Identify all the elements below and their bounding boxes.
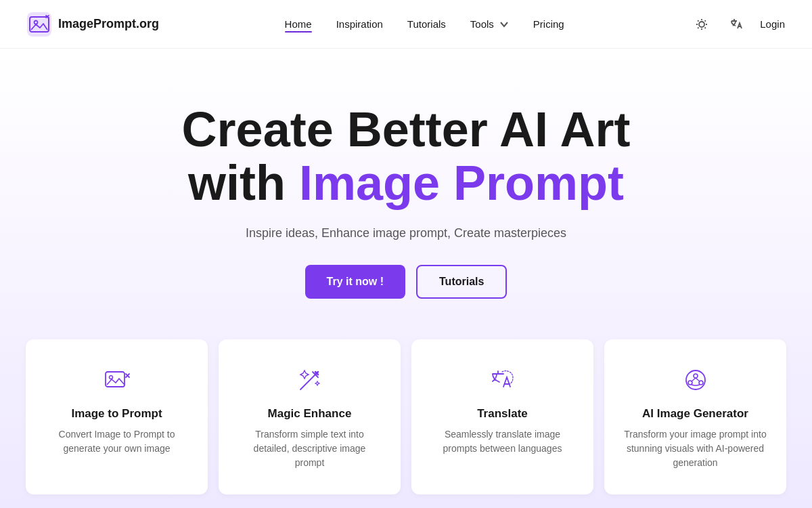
tutorials-button[interactable]: Tutorials bbox=[416, 265, 507, 299]
logo-link[interactable]: ImagePrompt.org bbox=[27, 12, 159, 37]
try-it-now-button[interactable]: Try it now ! bbox=[305, 265, 405, 299]
hero-subtitle: Inspire ideas, Enhance image prompt, Cre… bbox=[246, 226, 566, 240]
hero-title-line1: Create Better AI Art bbox=[182, 102, 631, 156]
ai-image-generator-icon bbox=[679, 364, 712, 396]
hero-title-brand: Image Prompt bbox=[299, 156, 624, 210]
sun-icon bbox=[695, 18, 708, 31]
card-magic-enhance-title: Magic Enhance bbox=[268, 407, 352, 421]
nav-tools-dropdown[interactable]: Tools bbox=[470, 18, 509, 30]
theme-toggle-button[interactable] bbox=[690, 12, 714, 37]
magic-enhance-icon bbox=[294, 364, 326, 396]
nav-pricing[interactable]: Pricing bbox=[533, 18, 564, 30]
card-ai-image-generator-desc: Transform your image prompt into stunnin… bbox=[623, 427, 767, 470]
logo-icon bbox=[27, 12, 51, 37]
card-translate-title: Translate bbox=[477, 407, 528, 421]
translate-icon bbox=[487, 364, 519, 396]
card-image-to-prompt-title: Image to Prompt bbox=[71, 407, 162, 421]
card-ai-image-generator-title: AI Image Generator bbox=[642, 407, 748, 421]
card-image-to-prompt: Image to Prompt Convert Image to Prompt … bbox=[26, 339, 208, 494]
translate-nav-icon bbox=[730, 18, 744, 31]
svg-line-8 bbox=[698, 20, 698, 21]
image-to-prompt-icon bbox=[101, 364, 133, 396]
nav-tools[interactable]: Tools bbox=[470, 18, 494, 30]
translate-nav-button[interactable] bbox=[725, 12, 749, 37]
hero-section: Create Better AI Art with Image Prompt I… bbox=[0, 49, 812, 339]
svg-rect-12 bbox=[106, 372, 125, 387]
card-translate-desc: Seamlessly translate image prompts betwe… bbox=[430, 427, 574, 456]
card-magic-enhance-desc: Transform simple text into detailed, des… bbox=[238, 427, 382, 470]
card-ai-image-generator: AI Image Generator Transform your image … bbox=[604, 339, 786, 494]
nav-links: Home Inspiration Tutorials Tools Pricing bbox=[285, 18, 564, 30]
card-image-to-prompt-desc: Convert Image to Prompt to generate your… bbox=[45, 427, 189, 456]
login-link[interactable]: Login bbox=[760, 18, 785, 30]
chevron-down-icon bbox=[499, 20, 509, 29]
navbar: ImagePrompt.org Home Inspiration Tutoria… bbox=[0, 0, 812, 49]
hero-title: Create Better AI Art with Image Prompt bbox=[182, 103, 631, 210]
feature-cards-section: Image to Prompt Convert Image to Prompt … bbox=[0, 339, 812, 508]
nav-inspiration[interactable]: Inspiration bbox=[336, 18, 383, 30]
card-translate: Translate Seamlessly translate image pro… bbox=[411, 339, 593, 494]
svg-line-10 bbox=[698, 27, 698, 28]
svg-point-15 bbox=[694, 374, 698, 378]
card-magic-enhance: Magic Enhance Transform simple text into… bbox=[219, 339, 401, 494]
svg-line-9 bbox=[705, 27, 706, 28]
nav-right: Login bbox=[690, 12, 785, 37]
svg-point-13 bbox=[109, 376, 112, 379]
nav-home[interactable]: Home bbox=[285, 18, 312, 30]
nav-tutorials[interactable]: Tutorials bbox=[407, 18, 446, 30]
logo-text: ImagePrompt.org bbox=[58, 17, 159, 31]
svg-point-3 bbox=[699, 22, 704, 27]
hero-buttons: Try it now ! Tutorials bbox=[305, 265, 508, 299]
svg-line-11 bbox=[705, 20, 706, 21]
hero-title-line2-plain: with bbox=[188, 156, 299, 210]
